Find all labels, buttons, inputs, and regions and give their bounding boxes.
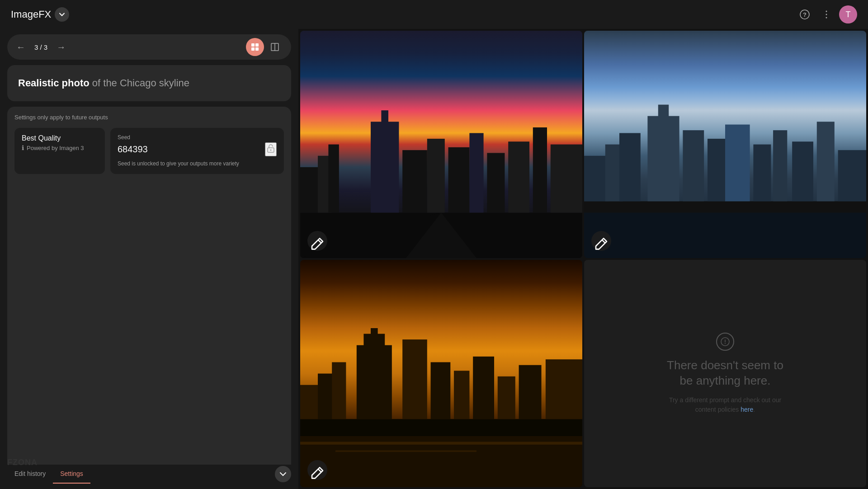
settings-panel: Settings only apply to future outputs Be…	[7, 107, 291, 484]
svg-rect-34	[658, 104, 669, 118]
grid-icon	[250, 42, 259, 52]
seed-value-row: 684393	[118, 142, 277, 156]
bottom-tabs: Edit history Settings	[0, 465, 298, 489]
app-header: ImageFX ? T	[0, 0, 868, 29]
settings-cards: Best Quality ℹ Powered by Imagen 3 Seed …	[14, 128, 284, 174]
single-view-button[interactable]	[266, 38, 284, 56]
svg-rect-16	[328, 145, 339, 213]
content-policy-link[interactable]: here	[741, 406, 753, 413]
edit-icon-3	[307, 466, 327, 480]
edit-icon-2	[591, 237, 611, 251]
svg-rect-41	[817, 122, 835, 201]
svg-point-12	[270, 150, 272, 151]
info-icon: ℹ	[22, 144, 24, 151]
svg-rect-43	[584, 212, 866, 258]
app-title: ImageFX	[11, 9, 51, 20]
svg-rect-55	[473, 357, 494, 419]
svg-rect-48	[332, 362, 346, 419]
next-button[interactable]: →	[55, 40, 67, 54]
chevron-down-icon	[279, 470, 287, 478]
svg-rect-7	[251, 47, 255, 51]
svg-rect-18	[381, 110, 388, 124]
powered-row: ℹ Powered by Imagen 3	[22, 144, 98, 151]
avatar[interactable]: T	[839, 5, 857, 24]
svg-rect-39	[773, 130, 787, 201]
svg-rect-32	[619, 133, 641, 201]
warning-icon	[716, 333, 734, 351]
svg-rect-40	[792, 141, 813, 201]
prompt-normal-1: of	[90, 77, 104, 89]
tab-settings[interactable]: Settings	[53, 465, 90, 484]
svg-rect-49	[357, 345, 392, 419]
svg-rect-20	[427, 139, 445, 212]
svg-rect-22	[469, 133, 483, 212]
edit-icon-1	[307, 237, 327, 251]
seed-card: Seed 684393 Seed is unlocked to give you…	[110, 128, 284, 174]
svg-rect-33	[647, 116, 679, 202]
svg-rect-23	[487, 153, 505, 212]
nav-bar: ← 3 / 3 →	[7, 34, 291, 60]
svg-rect-51	[371, 328, 378, 337]
seed-value: 684393	[118, 144, 148, 155]
svg-point-63	[725, 343, 726, 344]
quality-card[interactable]: Best Quality ℹ Powered by Imagen 3	[14, 128, 105, 174]
edit-button-2[interactable]	[591, 231, 611, 251]
help-circle-icon: ?	[799, 9, 810, 20]
edit-button-3[interactable]	[307, 460, 327, 480]
svg-point-4	[826, 17, 827, 19]
help-button[interactable]: ?	[796, 5, 814, 24]
skyline-svg-2	[584, 99, 866, 258]
svg-rect-21	[448, 147, 470, 213]
skyline-svg-3	[300, 328, 582, 487]
more-vertical-icon	[821, 9, 832, 20]
header-right: ? T	[796, 5, 857, 24]
watermark: FZONA	[7, 458, 38, 467]
svg-rect-17	[371, 122, 399, 212]
svg-rect-6	[255, 43, 259, 47]
empty-state-cell: There doesn't seem to be anything here. …	[584, 260, 866, 487]
svg-rect-36	[708, 139, 725, 201]
svg-point-2	[826, 11, 827, 12]
edit-button-1[interactable]	[307, 231, 327, 251]
close-panel-button[interactable]	[275, 466, 291, 482]
nav-arrows: ← 3 / 3 →	[14, 40, 67, 54]
svg-rect-38	[753, 145, 771, 202]
chevron-down-icon	[59, 11, 65, 18]
svg-rect-37	[725, 124, 750, 201]
content-area: There doesn't seem to be anything here. …	[298, 29, 868, 489]
prompt-box[interactable]: Realistic photo of the Chicago skyline	[7, 65, 291, 101]
single-image-icon	[270, 42, 279, 52]
svg-rect-25	[533, 127, 547, 213]
svg-rect-5	[251, 43, 255, 47]
prompt-text: Realistic photo of the Chicago skyline	[18, 76, 189, 90]
svg-rect-19	[402, 150, 427, 212]
svg-rect-8	[255, 47, 259, 51]
empty-state-subtitle: Try a different prompt and check out our…	[666, 395, 784, 414]
nav-counter: 3 / 3	[34, 43, 47, 51]
svg-point-3	[826, 14, 827, 15]
svg-rect-60	[335, 450, 476, 452]
svg-rect-24	[508, 141, 529, 212]
sidebar: ← 3 / 3 →	[0, 29, 298, 489]
tab-edit-history[interactable]: Edit history	[7, 465, 53, 484]
tabs-container: Edit history Settings	[7, 465, 90, 484]
header-left: ImageFX	[11, 7, 69, 22]
image-bottom-left	[300, 260, 582, 487]
exclamation-circle-icon	[720, 337, 730, 347]
more-menu-button[interactable]	[817, 5, 835, 24]
prev-button[interactable]: ←	[14, 40, 27, 54]
grid-view-button[interactable]	[246, 38, 264, 56]
unlock-icon	[266, 143, 276, 153]
empty-subtitle-text: Try a different prompt and check out our…	[669, 396, 781, 413]
svg-rect-52	[402, 339, 427, 419]
svg-rect-53	[431, 362, 451, 419]
lock-toggle-button[interactable]	[265, 142, 277, 156]
app-dropdown-button[interactable]	[55, 7, 69, 22]
svg-rect-42	[838, 150, 866, 201]
svg-rect-56	[498, 376, 515, 419]
view-controls	[246, 38, 284, 56]
svg-rect-54	[454, 371, 469, 419]
prompt-normal-2: the Chicago skyline	[103, 77, 189, 89]
svg-rect-59	[300, 442, 582, 444]
skyline-svg-1	[300, 99, 582, 258]
